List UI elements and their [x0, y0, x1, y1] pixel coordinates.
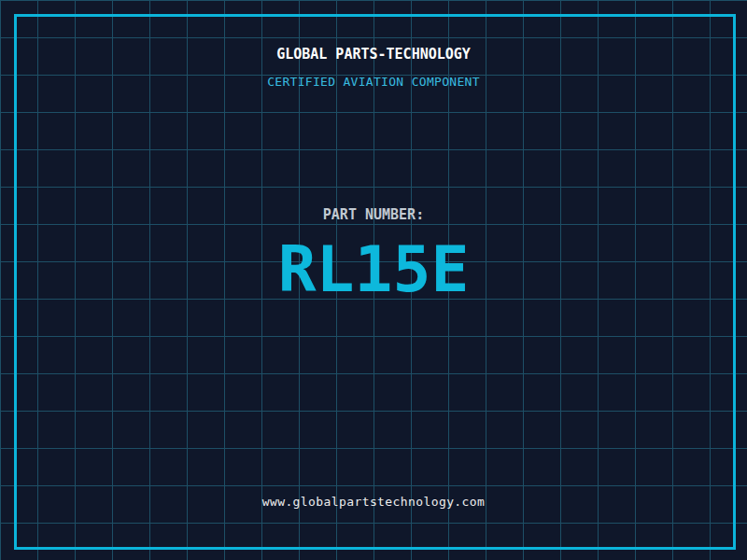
certificate-canvas: GLOBAL PARTS-TECHNOLOGY CERTIFIED AVIATI… — [0, 0, 747, 560]
footer-website-url: www.globalpartstechnology.com — [0, 495, 747, 509]
certification-subtitle: CERTIFIED AVIATION COMPONENT — [0, 75, 747, 89]
part-number-label: PART NUMBER: — [0, 206, 747, 223]
part-number-value: RL15E — [0, 235, 747, 304]
company-title: GLOBAL PARTS-TECHNOLOGY — [0, 46, 747, 63]
